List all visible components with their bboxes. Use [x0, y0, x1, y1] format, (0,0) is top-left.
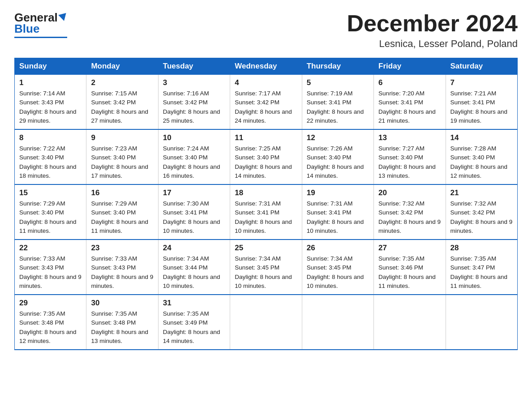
day-number: 2 [91, 78, 153, 87]
header-sunday: Sunday [15, 58, 86, 75]
calendar-week-3: 15 Sunrise: 7:29 AMSunset: 3:40 PMDaylig… [15, 184, 518, 240]
day-info: Sunrise: 7:17 AMSunset: 3:42 PMDaylight:… [235, 89, 297, 125]
logo: General Blue [14, 11, 67, 38]
day-number: 14 [450, 133, 513, 142]
day-number: 22 [19, 244, 82, 253]
day-info: Sunrise: 7:30 AMSunset: 3:41 PMDaylight:… [163, 199, 225, 235]
day-number: 18 [235, 188, 297, 197]
day-info: Sunrise: 7:35 AMSunset: 3:48 PMDaylight:… [19, 309, 82, 346]
day-number: 23 [91, 244, 153, 253]
logo-underline [14, 37, 67, 38]
day-number: 20 [378, 188, 441, 197]
calendar-cell: 19 Sunrise: 7:31 AMSunset: 3:41 PMDaylig… [302, 184, 373, 240]
calendar-cell [230, 295, 302, 350]
day-number: 11 [235, 133, 297, 142]
calendar-cell [302, 295, 373, 350]
calendar-cell: 16 Sunrise: 7:29 AMSunset: 3:40 PMDaylig… [86, 184, 158, 240]
calendar-cell: 5 Sunrise: 7:19 AMSunset: 3:41 PMDayligh… [302, 75, 373, 130]
day-info: Sunrise: 7:35 AMSunset: 3:47 PMDaylight:… [450, 254, 513, 291]
calendar-week-5: 29 Sunrise: 7:35 AMSunset: 3:48 PMDaylig… [15, 295, 518, 350]
day-info: Sunrise: 7:14 AMSunset: 3:43 PMDaylight:… [19, 89, 82, 125]
calendar-cell: 23 Sunrise: 7:33 AMSunset: 3:43 PMDaylig… [86, 240, 158, 295]
day-number: 31 [163, 299, 225, 308]
day-info: Sunrise: 7:26 AMSunset: 3:40 PMDaylight:… [307, 144, 369, 180]
day-info: Sunrise: 7:22 AMSunset: 3:40 PMDaylight:… [19, 144, 82, 180]
calendar-cell: 26 Sunrise: 7:34 AMSunset: 3:45 PMDaylig… [302, 240, 373, 295]
day-number: 1 [19, 78, 82, 87]
day-number: 19 [307, 188, 369, 197]
day-info: Sunrise: 7:34 AMSunset: 3:44 PMDaylight:… [163, 254, 225, 291]
day-number: 9 [91, 133, 153, 142]
day-info: Sunrise: 7:21 AMSunset: 3:41 PMDaylight:… [450, 89, 513, 125]
day-number: 30 [91, 299, 153, 308]
day-number: 15 [19, 188, 82, 197]
header-thursday: Thursday [302, 58, 373, 75]
day-info: Sunrise: 7:15 AMSunset: 3:42 PMDaylight:… [91, 89, 153, 125]
day-info: Sunrise: 7:33 AMSunset: 3:43 PMDaylight:… [91, 254, 153, 291]
day-number: 6 [378, 78, 441, 87]
day-info: Sunrise: 7:34 AMSunset: 3:45 PMDaylight:… [235, 254, 297, 291]
day-info: Sunrise: 7:20 AMSunset: 3:41 PMDaylight:… [378, 89, 441, 125]
day-number: 13 [378, 133, 441, 142]
day-info: Sunrise: 7:33 AMSunset: 3:43 PMDaylight:… [19, 254, 82, 291]
day-number: 12 [307, 133, 369, 142]
calendar-cell: 12 Sunrise: 7:26 AMSunset: 3:40 PMDaylig… [302, 129, 373, 184]
calendar-cell: 7 Sunrise: 7:21 AMSunset: 3:41 PMDayligh… [446, 75, 517, 130]
calendar-cell: 4 Sunrise: 7:17 AMSunset: 3:42 PMDayligh… [230, 75, 302, 130]
calendar-cell: 25 Sunrise: 7:34 AMSunset: 3:45 PMDaylig… [230, 240, 302, 295]
day-number: 29 [19, 299, 82, 308]
calendar-cell: 3 Sunrise: 7:16 AMSunset: 3:42 PMDayligh… [158, 75, 230, 130]
day-info: Sunrise: 7:23 AMSunset: 3:40 PMDaylight:… [91, 144, 153, 180]
day-info: Sunrise: 7:27 AMSunset: 3:40 PMDaylight:… [378, 144, 441, 180]
header-wednesday: Wednesday [230, 58, 302, 75]
location: Lesnica, Lesser Poland, Poland [347, 38, 518, 50]
calendar-cell: 8 Sunrise: 7:22 AMSunset: 3:40 PMDayligh… [15, 129, 86, 184]
calendar-cell: 17 Sunrise: 7:30 AMSunset: 3:41 PMDaylig… [158, 184, 230, 240]
calendar-cell: 24 Sunrise: 7:34 AMSunset: 3:44 PMDaylig… [158, 240, 230, 295]
calendar-cell: 31 Sunrise: 7:35 AMSunset: 3:49 PMDaylig… [158, 295, 230, 350]
calendar-week-4: 22 Sunrise: 7:33 AMSunset: 3:43 PMDaylig… [15, 240, 518, 295]
day-info: Sunrise: 7:35 AMSunset: 3:46 PMDaylight:… [378, 254, 441, 291]
calendar-week-1: 1 Sunrise: 7:14 AMSunset: 3:43 PMDayligh… [15, 75, 518, 130]
calendar-cell: 30 Sunrise: 7:35 AMSunset: 3:48 PMDaylig… [86, 295, 158, 350]
calendar-cell: 20 Sunrise: 7:32 AMSunset: 3:42 PMDaylig… [374, 184, 446, 240]
day-number: 28 [450, 244, 513, 253]
day-number: 4 [235, 78, 297, 87]
header-saturday: Saturday [446, 58, 517, 75]
calendar-cell: 2 Sunrise: 7:15 AMSunset: 3:42 PMDayligh… [86, 75, 158, 130]
day-number: 27 [378, 244, 441, 253]
calendar-cell: 6 Sunrise: 7:20 AMSunset: 3:41 PMDayligh… [374, 75, 446, 130]
calendar-cell: 27 Sunrise: 7:35 AMSunset: 3:46 PMDaylig… [374, 240, 446, 295]
day-info: Sunrise: 7:32 AMSunset: 3:42 PMDaylight:… [450, 199, 513, 235]
day-info: Sunrise: 7:35 AMSunset: 3:48 PMDaylight:… [91, 309, 153, 346]
logo-blue-text: Blue [14, 22, 39, 36]
calendar-cell [374, 295, 446, 350]
day-info: Sunrise: 7:29 AMSunset: 3:40 PMDaylight:… [91, 199, 153, 235]
day-number: 21 [450, 188, 513, 197]
calendar-cell: 11 Sunrise: 7:25 AMSunset: 3:40 PMDaylig… [230, 129, 302, 184]
calendar-cell: 29 Sunrise: 7:35 AMSunset: 3:48 PMDaylig… [15, 295, 86, 350]
header-right: December 2024 Lesnica, Lesser Poland, Po… [347, 11, 518, 50]
calendar-cell: 10 Sunrise: 7:24 AMSunset: 3:40 PMDaylig… [158, 129, 230, 184]
day-number: 25 [235, 244, 297, 253]
calendar-cell: 22 Sunrise: 7:33 AMSunset: 3:43 PMDaylig… [15, 240, 86, 295]
day-number: 8 [19, 133, 82, 142]
day-number: 24 [163, 244, 225, 253]
header-monday: Monday [86, 58, 158, 75]
calendar-cell: 21 Sunrise: 7:32 AMSunset: 3:42 PMDaylig… [446, 184, 517, 240]
calendar-cell: 13 Sunrise: 7:27 AMSunset: 3:40 PMDaylig… [374, 129, 446, 184]
day-number: 10 [163, 133, 225, 142]
day-info: Sunrise: 7:34 AMSunset: 3:45 PMDaylight:… [307, 254, 369, 291]
day-info: Sunrise: 7:35 AMSunset: 3:49 PMDaylight:… [163, 309, 225, 346]
day-info: Sunrise: 7:25 AMSunset: 3:40 PMDaylight:… [235, 144, 297, 180]
day-info: Sunrise: 7:31 AMSunset: 3:41 PMDaylight:… [235, 199, 297, 235]
calendar-week-2: 8 Sunrise: 7:22 AMSunset: 3:40 PMDayligh… [15, 129, 518, 184]
calendar-header-row: SundayMondayTuesdayWednesdayThursdayFrid… [15, 58, 518, 75]
day-info: Sunrise: 7:24 AMSunset: 3:40 PMDaylight:… [163, 144, 225, 180]
calendar-cell: 18 Sunrise: 7:31 AMSunset: 3:41 PMDaylig… [230, 184, 302, 240]
day-number: 7 [450, 78, 513, 87]
day-number: 5 [307, 78, 369, 87]
calendar-cell: 9 Sunrise: 7:23 AMSunset: 3:40 PMDayligh… [86, 129, 158, 184]
day-number: 17 [163, 188, 225, 197]
month-title: December 2024 [347, 11, 518, 36]
